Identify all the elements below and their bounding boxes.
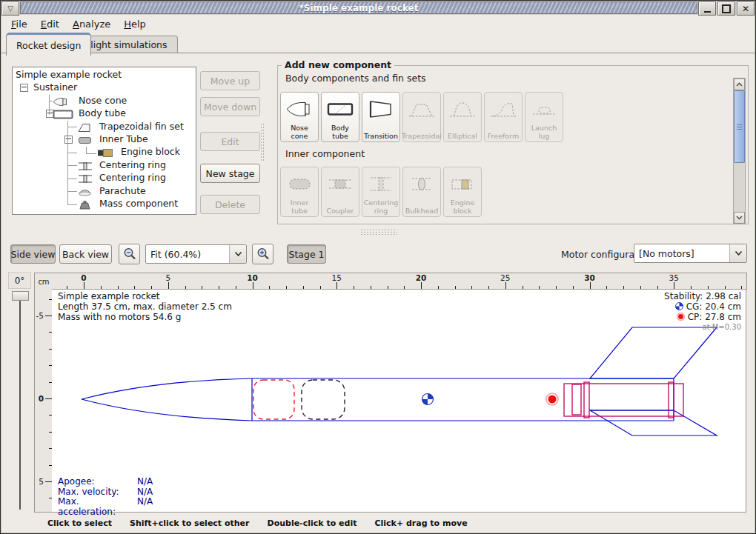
zoom-select-arrow[interactable] [229, 245, 246, 263]
scrollbar-thumb[interactable] [734, 90, 745, 163]
new-stage-button[interactable]: New stage [200, 164, 260, 183]
minimize-button[interactable] [698, 1, 716, 16]
zoom-level-value: Fit (60.4%) [146, 249, 229, 260]
tree-item-engine-block[interactable]: Engine block [13, 145, 196, 158]
close-button[interactable]: ✕ [737, 1, 755, 16]
tree-connector-line [67, 121, 68, 205]
component-button-label: Freeform [488, 133, 519, 141]
component-button-elliptical: Elliptical [443, 92, 482, 142]
component-button-nose-cone[interactable]: Nose cone [280, 92, 319, 142]
stage-1-toggle[interactable]: Stage 1 [287, 244, 326, 264]
tab-rocket-design[interactable]: Rocket design [6, 33, 91, 56]
tree-connector-line [67, 204, 77, 205]
centering-ring-front-outline[interactable] [584, 382, 589, 418]
engine-block-outline[interactable] [572, 384, 581, 415]
inner-tube-outline[interactable] [564, 384, 683, 416]
menu-analyze[interactable]: Analyze [66, 16, 117, 32]
section-label-inner-component: Inner component [285, 148, 365, 159]
flight-row-apogee: Apogee:N/A [58, 477, 153, 487]
tree-connector-line [67, 178, 77, 179]
tree-item-label: Centering ring [99, 171, 166, 184]
chevron-down-icon [736, 216, 743, 220]
parachute-outline[interactable] [253, 380, 294, 419]
titlebar-stripes: *Simple example rocket [20, 1, 697, 14]
component-button-transition[interactable]: Transition [362, 92, 400, 142]
tree-item-sustainer[interactable]: Sustainer [13, 81, 196, 93]
chevron-up-icon [736, 82, 743, 87]
rotation-slider-track[interactable] [19, 299, 21, 510]
side-view-button[interactable]: Side view [10, 244, 56, 264]
maximize-button[interactable] [717, 1, 735, 16]
status-hint: Click+ drag to move [374, 518, 467, 528]
tree-connector-line [49, 101, 53, 101]
ruler-label: 0 [81, 273, 86, 282]
menu-help[interactable]: Help [117, 16, 153, 32]
motor-configuration-value: [No motors] [634, 248, 729, 259]
fin-set-outline[interactable] [590, 327, 717, 435]
tree-item-centering-ring[interactable]: Centering ring [13, 158, 196, 171]
rotation-slider-handle[interactable] [12, 291, 29, 301]
rotation-angle-label: 0° [8, 272, 31, 289]
flight-value: N/A [137, 487, 153, 498]
tree-item-simple-example-rocket[interactable]: Simple example rocket [13, 68, 196, 81]
vertical-splitter-handle[interactable] [260, 123, 265, 161]
zoom-out-button[interactable] [119, 244, 140, 264]
close-icon: ✕ [742, 4, 749, 13]
rocket-info-text: Simple example rocket Length 37.5 cm, ma… [58, 292, 232, 322]
ruler-label: 5 [165, 273, 170, 282]
motor-configuration-select[interactable]: [No motors] [634, 244, 747, 263]
body-tube-outline[interactable] [252, 378, 674, 421]
move-up-button: Move up [200, 71, 260, 90]
component-button-label: Bulkhead [405, 207, 438, 216]
tree-item-parachute[interactable]: Parachute [13, 184, 196, 197]
component-button-body-tube[interactable]: Body tube [321, 92, 359, 142]
component-tree-panel[interactable]: Simple example rocketSustainerNose coneB… [12, 67, 196, 215]
nose-cone-outline[interactable] [82, 378, 252, 421]
motor-select-arrow[interactable] [729, 244, 746, 262]
component-button-label: Coupler [327, 207, 354, 216]
ruler-unit-label: cm [34, 273, 53, 290]
tree-item-trapezoidal-fin-set[interactable]: Trapezoidal fin set [13, 120, 196, 133]
tree-item-nose-cone[interactable]: Nose cone [13, 94, 196, 107]
tree-item-inner-tube[interactable]: Inner Tube [13, 133, 196, 145]
component-button-freeform: Freeform [484, 92, 523, 142]
component-button-launch-lug: Launch lug [525, 92, 563, 142]
component-scrollbar[interactable] [733, 78, 746, 224]
tree-connector-line [67, 153, 77, 153]
cp-marker [546, 393, 558, 405]
tree-item-label: Sustainer [33, 81, 77, 93]
tree-expander-icon[interactable] [64, 136, 73, 144]
rocket-canvas[interactable]: Simple example rocket Length 37.5 cm, ma… [52, 289, 746, 513]
coupler-icon [326, 174, 354, 197]
maximize-icon [722, 4, 731, 13]
add-component-title: Add new component [282, 59, 394, 70]
horizontal-ruler: 05101520253035 [52, 273, 747, 290]
transition-icon [367, 99, 395, 122]
menu-edit[interactable]: Edit [34, 16, 66, 32]
tree-item-label: Nose cone [79, 94, 127, 107]
tree-item-label: Body tube [79, 107, 126, 119]
scroll-down-button[interactable] [734, 212, 745, 224]
centering-ring-rear-outline[interactable] [669, 382, 674, 418]
flight-label: Apogee: [58, 477, 137, 487]
zoom-level-select[interactable]: Fit (60.4%) [145, 244, 247, 264]
body-tube-icon [326, 99, 354, 122]
cp-value: CP: 27.8 cm [664, 313, 741, 323]
back-view-label: Back view [62, 249, 109, 260]
component-button-label: Transition [364, 133, 398, 141]
tree-item-mass-component[interactable]: Mass component [13, 197, 196, 210]
mass-component-outline[interactable] [302, 380, 345, 419]
status-hint: Shift+click to select other [130, 518, 250, 528]
tree-item-centering-ring[interactable]: Centering ring [13, 171, 196, 184]
window-menu-button[interactable]: ▽ [1, 1, 19, 16]
back-view-button[interactable]: Back view [59, 244, 112, 264]
menu-file[interactable]: File [4, 16, 34, 32]
horizontal-splitter-handle[interactable] [360, 229, 397, 236]
zoom-in-button[interactable] [252, 244, 273, 264]
cp-legend-icon [677, 313, 685, 321]
scroll-up-button[interactable] [734, 79, 745, 90]
tree-item-body-tube[interactable]: Body tube [13, 107, 196, 119]
tree-connector-line [67, 165, 77, 166]
tree-expander-icon[interactable] [20, 84, 28, 92]
window-menu-icon: ▽ [7, 5, 13, 13]
